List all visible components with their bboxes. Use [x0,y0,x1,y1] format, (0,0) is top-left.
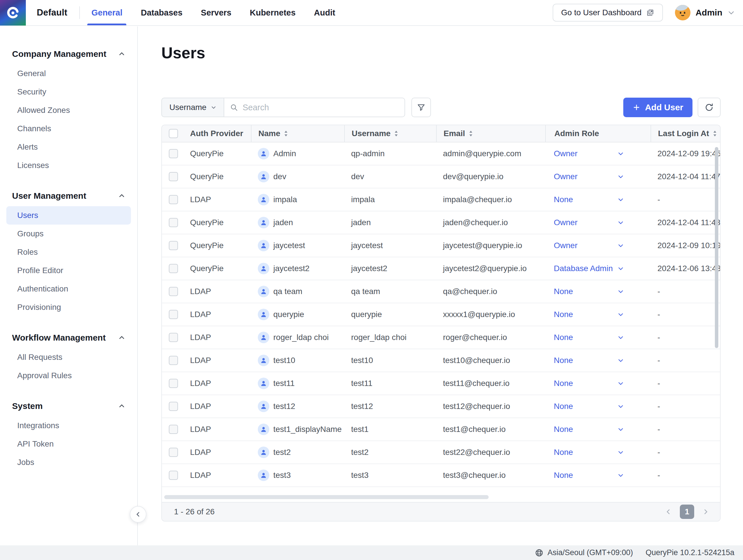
vertical-scrollbar[interactable] [715,147,718,348]
sort-icon[interactable] [469,130,473,137]
chevron-down-icon[interactable] [617,426,624,433]
sidebar-item-all-requests[interactable]: All Requests [6,348,131,367]
querypie-logo[interactable] [0,0,26,26]
top-tab-audit[interactable]: Audit [314,0,335,25]
chevron-down-icon[interactable] [617,357,624,364]
admin-role-link[interactable]: None [554,356,573,365]
row-checkbox[interactable] [169,379,178,388]
row-checkbox[interactable] [169,241,178,250]
row-checkbox[interactable] [169,149,178,158]
row-checkbox[interactable] [169,425,178,434]
chevron-down-icon[interactable] [617,403,624,410]
row-checkbox[interactable] [169,310,178,319]
admin-role-link[interactable]: None [554,287,573,296]
admin-role-link[interactable]: Database Admin [554,264,613,273]
chevron-up-icon[interactable] [118,334,126,342]
sidebar-section-header[interactable]: Workflow Management [0,329,137,346]
sidebar-item-profile-editor[interactable]: Profile Editor [6,261,131,280]
admin-role-link[interactable]: None [554,425,573,434]
row-checkbox[interactable] [169,402,178,411]
chevron-down-icon[interactable] [617,242,624,249]
sort-icon[interactable] [712,130,717,137]
row-checkbox[interactable] [169,333,178,342]
sidebar-section-header[interactable]: System [0,397,137,415]
admin-role-link[interactable]: Owner [554,172,577,181]
horizontal-scrollbar[interactable] [164,495,489,499]
admin-role-link[interactable]: None [554,471,573,480]
chevron-down-icon[interactable] [617,173,624,180]
chevron-down-icon[interactable] [617,448,624,456]
admin-role-link[interactable]: Owner [554,218,577,227]
sidebar-item-integrations[interactable]: Integrations [6,417,131,435]
sidebar-item-authentication[interactable]: Authentication [6,280,131,298]
chevron-down-icon[interactable] [617,219,624,226]
column-header-last-login-at[interactable]: Last Login At [651,125,720,142]
row-checkbox[interactable] [169,195,178,204]
column-header-name[interactable]: Name [251,125,344,142]
chevron-down-icon[interactable] [617,472,624,479]
sidebar-item-allowed-zones[interactable]: Allowed Zones [6,101,131,120]
admin-role-link[interactable]: Owner [554,149,577,158]
admin-role-link[interactable]: None [554,402,573,411]
sort-icon[interactable] [394,130,398,137]
row-checkbox[interactable] [169,448,178,457]
column-header-username[interactable]: Username [344,125,436,142]
search-input[interactable] [243,103,399,112]
chevron-up-icon[interactable] [118,50,126,58]
chevron-down-icon[interactable] [617,334,624,341]
sidebar-item-security[interactable]: Security [6,83,131,101]
chevron-down-icon[interactable] [617,288,624,295]
sidebar-item-approval-rules[interactable]: Approval Rules [6,367,131,385]
search-field-selector[interactable]: Username [161,98,224,117]
top-tab-databases[interactable]: Databases [141,0,182,25]
user-menu-label[interactable]: Admin [696,8,722,17]
chevron-down-icon[interactable] [617,265,624,272]
row-checkbox[interactable] [169,471,178,480]
user-avatar[interactable] [675,5,691,20]
sidebar-item-alerts[interactable]: Alerts [6,138,131,156]
chevron-down-icon[interactable] [727,8,736,17]
row-checkbox[interactable] [169,264,178,273]
sidebar-item-channels[interactable]: Channels [6,120,131,138]
sidebar-item-groups[interactable]: Groups [6,225,131,243]
chevron-up-icon[interactable] [118,402,126,410]
chevron-down-icon[interactable] [617,380,624,387]
admin-role-link[interactable]: None [554,333,573,342]
admin-role-link[interactable]: None [554,379,573,388]
workspace-name[interactable]: Default [37,7,67,18]
admin-role-link[interactable]: None [554,195,573,204]
chevron-down-icon[interactable] [617,150,624,157]
row-checkbox[interactable] [169,356,178,365]
sidebar-section-header[interactable]: Company Management [0,45,137,62]
admin-role-link[interactable]: None [554,310,573,319]
top-tab-kubernetes[interactable]: Kubernetes [250,0,296,25]
page-number-button[interactable]: 1 [680,505,694,519]
sidebar-item-api-token[interactable]: API Token [6,435,131,453]
sidebar-item-general[interactable]: General [6,64,131,83]
select-all-checkbox[interactable] [169,129,178,138]
go-to-user-dashboard-button[interactable]: Go to User Dashboard [553,4,663,21]
sidebar-item-roles[interactable]: Roles [6,243,131,261]
top-tab-general[interactable]: General [91,0,122,25]
sidebar-item-provisioning[interactable]: Provisioning [6,298,131,316]
row-checkbox[interactable] [169,287,178,296]
sidebar-section-header[interactable]: User Management [0,187,137,205]
top-tab-servers[interactable]: Servers [201,0,231,25]
previous-page-button[interactable] [664,508,672,516]
chevron-down-icon[interactable] [617,196,624,203]
add-user-button[interactable]: Add User [623,98,693,117]
sidebar-collapse-button[interactable] [130,506,146,523]
column-header-email[interactable]: Email [436,125,545,142]
row-checkbox[interactable] [169,218,178,227]
filter-button[interactable] [411,98,431,117]
sort-icon[interactable] [283,130,288,137]
admin-role-link[interactable]: Owner [554,241,577,250]
sidebar-item-users[interactable]: Users [6,206,131,225]
next-page-button[interactable] [702,508,710,516]
chevron-up-icon[interactable] [118,192,126,200]
refresh-button[interactable] [698,98,720,117]
sidebar-item-jobs[interactable]: Jobs [6,453,131,472]
chevron-down-icon[interactable] [617,311,624,318]
timezone-label[interactable]: Asia/Seoul (GMT+09:00) [548,548,633,557]
sidebar-item-licenses[interactable]: Licenses [6,156,131,175]
